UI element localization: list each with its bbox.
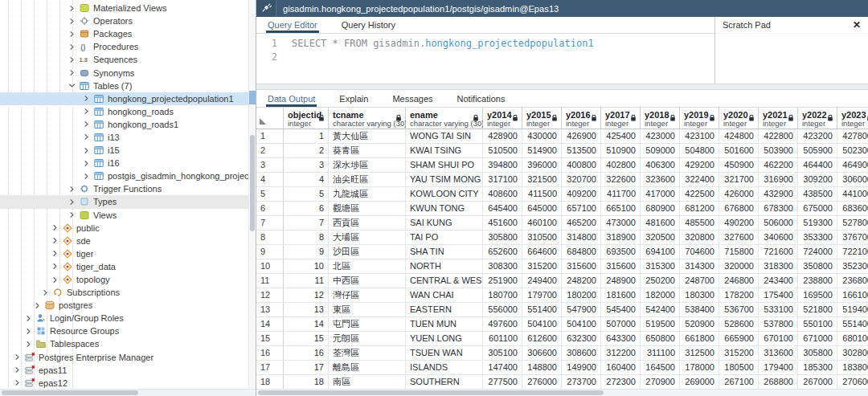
chevron-right-icon[interactable] [33,301,42,309]
data-cell[interactable]: 528600 [719,317,759,332]
data-cell[interactable]: 荃灣區 [329,346,406,361]
chevron-right-icon[interactable] [82,172,91,180]
tree-item-operators[interactable]: Operators [0,14,256,27]
data-cell[interactable]: 164500 [641,361,680,375]
data-cell[interactable]: 504100 [562,317,601,332]
data-cell[interactable]: 4 [284,173,329,187]
tree-item-tiger[interactable]: tiger [0,247,256,260]
data-cell[interactable]: CENTRAL & WESTERN [406,274,483,288]
chevron-right-icon[interactable] [68,43,76,51]
data-cell[interactable]: 321500 [522,173,562,187]
tab-explain[interactable]: Explain [338,90,370,107]
chevron-right-icon[interactable] [68,198,76,206]
data-cell[interactable]: 277500 [483,375,522,390]
row-number-cell[interactable]: 6 [256,202,284,216]
data-cell[interactable]: 236800 [837,274,868,288]
data-cell[interactable]: SAI KUNG [406,216,483,231]
chevron-right-icon[interactable] [68,17,76,25]
data-cell[interactable]: 424800 [719,129,759,144]
data-cell[interactable]: 408600 [483,187,522,202]
chevron-right-icon[interactable] [82,120,91,129]
data-cell[interactable]: 519400 [837,303,868,317]
data-cell[interactable]: 308300 [483,259,522,274]
data-cell[interactable]: 681200 [680,202,719,216]
data-cell[interactable]: 481600 [641,216,680,231]
data-cell[interactable]: 427800 [837,129,868,144]
data-cell[interactable]: KWUN TONG [406,202,483,216]
data-cell[interactable]: 665900 [719,332,759,346]
data-cell[interactable]: WONG TAI SIN [406,129,483,144]
data-cell[interactable]: 13 [284,303,329,317]
chevron-right-icon[interactable] [68,69,76,77]
tree-vertical-scrollbar[interactable] [248,0,256,390]
column-header-y2019[interactable]: y2019integer [680,108,719,129]
column-header-y2018[interactable]: y2018integer [641,108,680,129]
data-cell[interactable]: 485500 [680,216,719,231]
chevron-right-icon[interactable] [82,133,91,141]
data-cell[interactable]: 438500 [798,187,837,202]
data-cell[interactable]: 441000 [837,187,868,202]
data-cell[interactable]: 深水埗區 [329,158,406,173]
data-cell[interactable]: 722100 [837,245,868,259]
chevron-right-icon[interactable] [51,250,59,258]
chevron-right-icon[interactable] [51,224,59,232]
data-cell[interactable]: 501600 [719,144,759,158]
data-cell[interactable]: KOWLOON CITY [406,187,483,202]
data-cell[interactable]: 545400 [601,303,641,317]
tree-item-tablespaces[interactable]: Tablespaces [0,337,256,350]
data-cell[interactable]: 520900 [680,317,719,332]
data-cell[interactable]: 683600 [837,202,868,216]
data-cell[interactable]: 502300 [837,144,868,158]
data-cell[interactable]: 178200 [719,288,759,303]
data-cell[interactable]: 166100 [837,288,868,303]
row-number-cell[interactable]: 1 [256,129,284,144]
data-cell[interactable]: 675000 [798,202,837,216]
data-cell[interactable]: 7 [284,216,329,231]
data-cell[interactable]: 160400 [601,361,641,375]
data-cell[interactable]: 175400 [759,288,798,303]
data-cell[interactable]: 148800 [522,361,562,375]
data-cell[interactable]: 676800 [719,202,759,216]
data-cell[interactable]: 510500 [483,144,522,158]
data-cell[interactable]: 15 [284,332,329,346]
data-cell[interactable]: 550100 [798,317,837,332]
data-cell[interactable]: 321700 [719,173,759,187]
chevron-right-icon[interactable] [82,95,91,103]
data-cell[interactable]: 238800 [798,274,837,288]
data-cell[interactable]: 309200 [798,173,837,187]
tree-item-tables-7[interactable]: Tables (7) [0,80,256,92]
data-cell[interactable]: TAI PO [406,231,483,245]
data-cell[interactable]: 504100 [522,317,562,332]
tree-item-packages[interactable]: Packages [0,27,256,40]
chevron-right-icon[interactable] [24,314,33,322]
data-cell[interactable]: 315600 [562,259,601,274]
tab-data-output[interactable]: Data Output [266,90,317,107]
sql-editor-code[interactable]: SELECT * FROM gisadmin.hongkong_projecte… [284,34,594,84]
data-cell[interactable]: 離島區 [329,361,406,375]
chevron-right-icon[interactable] [68,211,76,219]
data-cell[interactable]: NORTH [406,259,483,274]
data-cell[interactable]: 8 [284,231,329,245]
data-cell[interactable]: SOUTHERN [406,375,483,390]
data-cell[interactable]: 429200 [680,158,719,173]
data-cell[interactable]: 185300 [798,361,837,375]
data-cell[interactable]: 514900 [522,144,562,158]
data-cell[interactable]: 460100 [522,216,562,231]
data-cell[interactable]: 270600 [837,375,868,390]
data-cell[interactable]: 北區 [329,259,406,274]
data-cell[interactable]: 422800 [759,129,798,144]
tree-item-trigger-functions[interactable]: Trigger Functions [0,182,256,195]
row-number-cell[interactable]: 13 [256,303,284,317]
data-cell[interactable]: 267000 [798,375,837,390]
data-cell[interactable]: 533100 [759,303,798,317]
row-number-cell[interactable]: 7 [256,216,284,231]
data-cell[interactable]: 318300 [759,259,798,274]
chevron-down-icon[interactable] [68,82,76,90]
data-cell[interactable]: 430000 [522,129,562,144]
data-cell[interactable]: 694100 [641,245,680,259]
data-cell[interactable]: 10 [284,259,329,274]
data-cell[interactable]: 180700 [483,288,522,303]
data-cell[interactable]: 396000 [522,158,562,173]
tree-item-types[interactable]: Types [0,195,256,208]
row-number-cell[interactable]: 5 [256,187,284,202]
